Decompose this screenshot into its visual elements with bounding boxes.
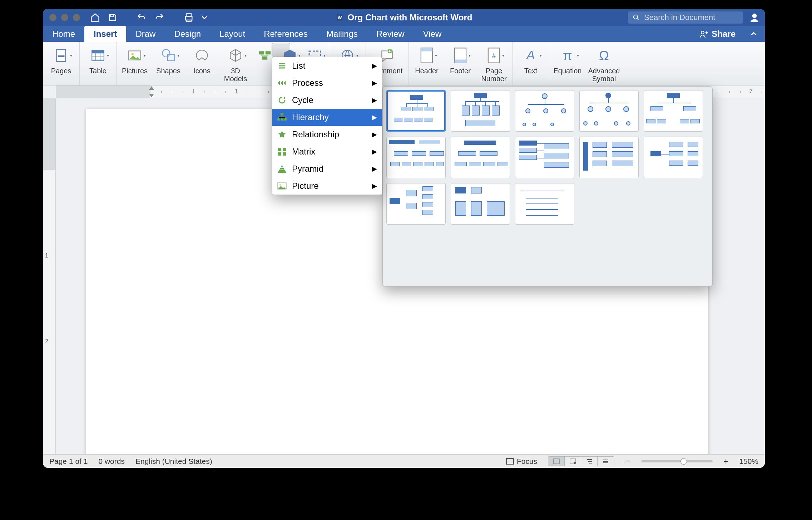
zoom-slider[interactable]: [641, 460, 713, 462]
smartart-icon: [258, 50, 271, 61]
smartart-category-cycle[interactable]: Cycle▶: [272, 92, 382, 109]
account-icon[interactable]: [749, 12, 760, 23]
smartart-thumb-horizontal-multi-level[interactable]: [644, 137, 703, 178]
pages-button[interactable]: ▾ Pages: [44, 44, 78, 75]
status-language[interactable]: English (United States): [135, 457, 212, 466]
tab-references[interactable]: References: [254, 26, 317, 42]
status-word-count[interactable]: 0 words: [98, 457, 125, 466]
advanced-symbol-button[interactable]: Ω Advanced Symbol: [584, 44, 624, 83]
text-icon: A: [523, 48, 538, 63]
pictures-button[interactable]: ▾ Pictures: [118, 44, 152, 75]
undo-icon[interactable]: [137, 13, 147, 23]
tab-design[interactable]: Design: [165, 26, 210, 42]
share-button[interactable]: Share: [692, 26, 743, 42]
smartart-category-relationship[interactable]: Relationship▶: [272, 126, 382, 143]
tab-insert[interactable]: Insert: [84, 26, 126, 42]
collapse-ribbon-button[interactable]: [743, 26, 765, 42]
header-button[interactable]: ▾ Header: [410, 44, 444, 75]
smartart-category-picture[interactable]: Picture▶: [272, 177, 382, 195]
redo-icon[interactable]: [154, 13, 164, 23]
print-icon[interactable]: [184, 13, 194, 23]
zoom-slider-knob[interactable]: [680, 458, 687, 465]
tab-mailings[interactable]: Mailings: [317, 26, 367, 42]
pages-icon: [54, 48, 69, 63]
smartart-category-process[interactable]: Process▶: [272, 74, 382, 92]
models3d-button[interactable]: ▾ 3D Models: [219, 44, 252, 83]
list-icon: [277, 61, 287, 71]
first-line-indent-marker[interactable]: [149, 86, 154, 90]
picture-category-icon: [277, 181, 287, 191]
home-icon[interactable]: [90, 13, 100, 23]
svg-point-38: [279, 184, 281, 186]
smartart-thumb-hierarchy[interactable]: [386, 137, 446, 178]
smartart-thumb-horizontal-org[interactable]: [579, 137, 639, 178]
zoom-window-icon[interactable]: [73, 14, 80, 21]
table-label: Table: [89, 67, 107, 75]
ribbon-tabs: Home Insert Draw Design Layout Reference…: [43, 26, 765, 42]
ruler-tick: 1: [235, 88, 238, 95]
svg-rect-21: [421, 48, 432, 51]
svg-rect-39: [506, 458, 514, 464]
status-page[interactable]: Page 1 of 1: [49, 457, 88, 466]
page-number-button[interactable]: #▾ Page Number: [477, 44, 511, 83]
search-box[interactable]: [628, 11, 743, 24]
shapes-button[interactable]: ▾ Shapes: [152, 44, 185, 75]
smartart-category-matrix[interactable]: Matrix▶: [272, 143, 382, 160]
smartart-thumb-horizontal-hierarchy[interactable]: [386, 183, 446, 225]
header-label: Header: [415, 67, 439, 75]
web-layout-icon: [569, 458, 576, 465]
svg-point-42: [574, 462, 576, 464]
smartart-thumb-horizontal-labeled[interactable]: [451, 183, 510, 225]
smartart-thumb-name-title-org[interactable]: [515, 90, 574, 132]
zoom-out-button[interactable]: −: [625, 456, 630, 467]
page-number-label: Page Number: [481, 67, 506, 83]
share-icon: [699, 30, 708, 38]
view-print-layout[interactable]: [548, 457, 565, 466]
smartart-hierarchy-gallery: [382, 86, 713, 286]
view-web-layout[interactable]: [565, 457, 581, 466]
svg-text:#: #: [492, 52, 496, 59]
search-input[interactable]: [643, 13, 736, 23]
tab-review[interactable]: Review: [367, 26, 414, 42]
smartart-thumb-half-circle-org[interactable]: [579, 90, 639, 132]
window-controls: [43, 14, 86, 21]
smartart-thumb-org-chart[interactable]: [386, 90, 446, 132]
smartart-category-pyramid[interactable]: Pyramid▶: [272, 160, 382, 177]
svg-rect-40: [554, 459, 559, 464]
svg-text:W: W: [338, 15, 342, 20]
hanging-indent-marker[interactable]: [149, 94, 154, 97]
table-button[interactable]: ▾ Table: [81, 44, 115, 75]
smartart-thumb-table-hierarchy[interactable]: [515, 137, 574, 178]
smartart-thumb-picture-org-chart[interactable]: [451, 90, 510, 132]
zoom-percent[interactable]: 150%: [739, 457, 758, 466]
tab-view[interactable]: View: [414, 26, 451, 42]
document-title-text: Org Chart with Microsoft Word: [348, 13, 472, 23]
text-button[interactable]: A▾ Text: [514, 44, 548, 75]
status-bar: Page 1 of 1 0 words English (United Stat…: [43, 454, 765, 468]
tab-draw[interactable]: Draw: [126, 26, 165, 42]
view-switcher: [548, 456, 614, 466]
view-outline[interactable]: [581, 457, 598, 466]
focus-mode-button[interactable]: Focus: [506, 457, 537, 466]
view-draft[interactable]: [598, 457, 614, 466]
qat-customize-icon[interactable]: [202, 15, 207, 20]
tab-home[interactable]: Home: [43, 26, 84, 42]
zoom-in-button[interactable]: +: [723, 456, 728, 466]
smartart-thumb-lined-list[interactable]: [515, 183, 574, 225]
smartart-category-list[interactable]: List▶: [272, 57, 382, 74]
smartart-thumb-labeled-hierarchy[interactable]: [451, 137, 510, 178]
vertical-ruler[interactable]: 12: [43, 98, 56, 455]
tab-layout[interactable]: Layout: [210, 26, 254, 42]
close-window-icon[interactable]: [49, 14, 56, 21]
pyramid-icon: [277, 164, 287, 174]
cycle-icon: [277, 95, 287, 105]
svg-rect-14: [266, 51, 271, 54]
smartart-category-hierarchy[interactable]: Hierarchy▶: [272, 109, 382, 126]
minimize-window-icon[interactable]: [61, 14, 68, 21]
equation-icon: π: [560, 48, 575, 63]
equation-button[interactable]: π▾ Equation: [551, 44, 584, 75]
smartart-thumb-circle-picture-hierarchy[interactable]: [644, 90, 703, 132]
save-icon[interactable]: [108, 13, 117, 22]
footer-button[interactable]: ▾ Footer: [444, 44, 477, 75]
icons-button[interactable]: Icons: [185, 44, 219, 75]
